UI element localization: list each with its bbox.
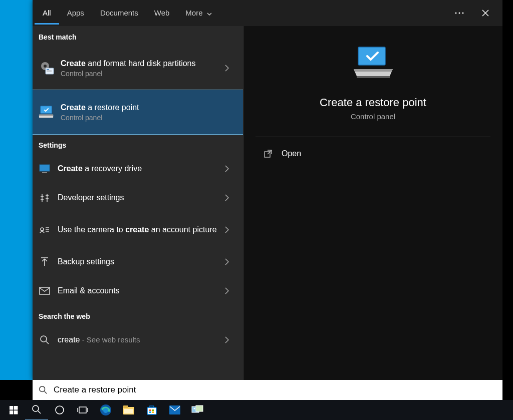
svg-point-27: [33, 405, 39, 411]
result-subtitle: Control panel: [61, 114, 237, 122]
svg-rect-39: [149, 411, 151, 413]
svg-rect-33: [123, 405, 128, 408]
svg-rect-9: [41, 106, 52, 114]
start-menu-accent: [0, 0, 33, 380]
svg-rect-26: [14, 410, 18, 414]
taskbar-edge-icon[interactable]: [94, 400, 117, 420]
start-button[interactable]: [2, 400, 25, 420]
section-search-web: Search the web: [33, 305, 243, 325]
search-icon: [39, 385, 48, 394]
result-title: create - See web results: [58, 335, 225, 345]
svg-rect-25: [10, 410, 14, 414]
mail-icon: [39, 283, 51, 299]
svg-rect-17: [358, 47, 385, 65]
svg-rect-12: [40, 165, 50, 171]
result-title: Email & accounts: [58, 286, 225, 296]
result-title: Create a restore point: [61, 103, 237, 113]
result-title: Backup settings: [58, 257, 225, 267]
svg-rect-13: [42, 172, 47, 173]
result-web-search[interactable]: create - See web results: [33, 325, 243, 354]
search-input-bar[interactable]: [33, 380, 502, 400]
monitor-icon: [39, 161, 51, 177]
svg-rect-38: [152, 409, 154, 411]
svg-point-2: [462, 13, 464, 14]
monitor-check-icon: [39, 104, 55, 120]
svg-rect-37: [149, 409, 151, 411]
more-options-button[interactable]: [447, 1, 471, 25]
taskbar-photos-icon[interactable]: [186, 400, 209, 420]
gear-panel-icon: [39, 60, 55, 76]
result-email-accounts[interactable]: Email & accounts: [33, 276, 243, 305]
svg-rect-24: [14, 406, 18, 410]
svg-point-4: [44, 65, 47, 68]
tab-documents[interactable]: Documents: [92, 2, 146, 25]
chevron-right-icon: [225, 65, 237, 72]
svg-rect-6: [47, 69, 49, 70]
results-column: Best match Create and format hard disk p…: [33, 26, 243, 380]
svg-point-28: [56, 406, 64, 414]
svg-marker-19: [354, 69, 393, 72]
svg-rect-8: [47, 72, 52, 72]
result-developer-settings[interactable]: Developer settings: [33, 183, 243, 212]
search-input[interactable]: [53, 384, 496, 395]
open-external-icon: [264, 149, 273, 158]
svg-rect-7: [47, 71, 52, 71]
preview-subtitle: Control panel: [243, 112, 502, 121]
result-backup-settings[interactable]: Backup settings: [33, 247, 243, 276]
preview-action-label: Open: [282, 149, 301, 158]
chevron-down-icon: [207, 13, 212, 16]
preview-action-open[interactable]: Open: [243, 141, 502, 166]
tab-more[interactable]: More: [177, 2, 219, 25]
tab-all[interactable]: All: [35, 2, 59, 25]
taskbar: [0, 400, 513, 420]
svg-rect-34: [124, 409, 133, 413]
task-view-button[interactable]: [71, 400, 94, 420]
search-icon: [39, 332, 51, 348]
chevron-right-icon: [225, 258, 237, 265]
svg-rect-11: [39, 115, 53, 116]
result-camera-account-picture[interactable]: Use the camera to create an account pict…: [33, 212, 243, 247]
result-title: Developer settings: [58, 193, 225, 203]
result-create-partitions[interactable]: Create and format hard disk partitions C…: [33, 46, 243, 90]
taskbar-explorer-icon[interactable]: [117, 400, 140, 420]
result-title: Create and format hard disk partitions: [61, 59, 225, 69]
chevron-right-icon: [225, 336, 237, 343]
section-best-match: Best match: [33, 26, 243, 46]
taskbar-store-icon[interactable]: [140, 400, 163, 420]
svg-rect-20: [357, 76, 390, 78]
result-title: Create a recovery drive: [58, 164, 225, 174]
result-create-restore-point[interactable]: Create a restore point Control panel: [33, 90, 243, 134]
svg-point-1: [459, 13, 460, 14]
preview-pane: Create a restore point Control panel Ope…: [243, 26, 502, 380]
backup-arrow-icon: [39, 254, 51, 270]
svg-rect-40: [152, 411, 154, 413]
taskbar-search-button[interactable]: [25, 399, 48, 420]
result-title: Use the camera to create an account pict…: [58, 225, 225, 235]
chevron-right-icon: [225, 194, 237, 201]
chevron-right-icon: [225, 165, 237, 172]
close-button[interactable]: [473, 1, 497, 25]
svg-rect-15: [40, 287, 50, 294]
preview-divider: [255, 137, 490, 137]
svg-rect-29: [79, 407, 86, 413]
search-panel: All Apps Documents Web More Best match: [33, 0, 502, 380]
contact-card-icon: [39, 222, 51, 238]
search-tabs: All Apps Documents Web More: [33, 0, 502, 26]
tab-more-label: More: [185, 9, 202, 17]
chevron-right-icon: [225, 226, 237, 233]
result-subtitle: Control panel: [61, 70, 225, 78]
svg-point-22: [40, 386, 45, 392]
svg-rect-43: [196, 405, 203, 411]
chevron-right-icon: [225, 287, 237, 294]
developer-icon: [39, 190, 51, 206]
taskbar-mail-icon[interactable]: [163, 400, 186, 420]
svg-point-44: [194, 408, 195, 409]
result-recovery-drive[interactable]: Create a recovery drive: [33, 154, 243, 183]
svg-point-31: [103, 408, 108, 413]
tab-web[interactable]: Web: [146, 2, 178, 25]
section-settings: Settings: [33, 134, 243, 154]
monitor-check-large-icon: [348, 44, 398, 84]
cortana-button[interactable]: [48, 400, 71, 420]
svg-point-0: [455, 13, 457, 14]
tab-apps[interactable]: Apps: [59, 2, 92, 25]
